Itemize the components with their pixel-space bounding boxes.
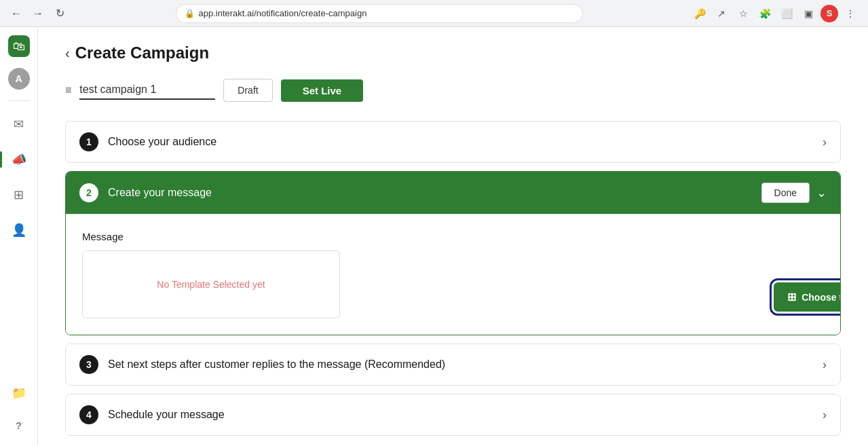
step-3-chevron-icon: › [823, 358, 827, 372]
browser-chrome: ← → ↻ 🔒 app.interakt.ai/notification/cre… [0, 0, 868, 27]
profile-avatar[interactable]: S [820, 5, 838, 22]
done-button[interactable]: Done [761, 183, 810, 203]
sidebar-item-campaigns[interactable]: 📣 [7, 147, 31, 172]
template-grid-icon: ⊞ [787, 291, 796, 303]
message-area: No Template Selected yet ⊞ Choose templa… [82, 250, 824, 318]
draft-button[interactable]: Draft [223, 79, 272, 102]
menu-icon[interactable]: ⋮ [841, 4, 860, 23]
bookmark-icon[interactable]: ☆ [734, 4, 753, 23]
step-1-number: 1 [79, 132, 98, 151]
url-text: app.interakt.ai/notification/create-camp… [199, 8, 367, 18]
lock-icon: 🔒 [185, 9, 195, 18]
step-4-title: Schedule your message [108, 409, 823, 421]
sidebar-divider [8, 100, 30, 101]
tab-manager-icon[interactable]: ⬜ [777, 4, 796, 23]
choose-template-button[interactable]: ⊞ Choose template [774, 282, 841, 312]
step-1-title: Choose your audience [108, 136, 823, 148]
address-bar[interactable]: 🔒 app.interakt.ai/notification/create-ca… [176, 4, 583, 23]
step-4-header[interactable]: 4 Schedule your message › [66, 394, 840, 435]
campaign-name-row: ≡ Draft Set Live [65, 79, 841, 102]
sidebar-item-users[interactable]: 👤 [7, 218, 31, 242]
step-4-number: 4 [79, 405, 98, 424]
step-4-card: 4 Schedule your message › [65, 394, 841, 436]
no-template-text: No Template Selected yet [157, 279, 265, 290]
hamburger-icon[interactable]: ≡ [65, 84, 71, 96]
reload-button[interactable]: ↻ [52, 5, 68, 22]
user-avatar[interactable]: A [8, 68, 30, 90]
back-button[interactable]: ‹ [65, 45, 70, 61]
step-3-card: 3 Set next steps after customer replies … [65, 343, 841, 386]
choose-template-label: Choose template [801, 292, 841, 303]
step-2-number: 2 [79, 183, 98, 202]
set-live-button[interactable]: Set Live [281, 79, 364, 102]
browser-actions: 🔑 ↗ ☆ 🧩 ⬜ ▣ S ⋮ [690, 4, 860, 23]
main-content: ‹ Create Campaign ≡ Draft Set Live 1 Cho… [38, 27, 868, 446]
extensions-icon[interactable]: 🧩 [755, 4, 774, 23]
password-manager-icon[interactable]: 🔑 [690, 4, 709, 23]
campaign-name-input[interactable] [79, 81, 215, 100]
share-icon[interactable]: ↗ [712, 4, 731, 23]
page-header: ‹ Create Campaign [65, 43, 841, 62]
step-2-header[interactable]: 2 Create your message Done ⌄ [66, 172, 840, 214]
message-preview: No Template Selected yet [82, 250, 340, 318]
sidebar: 🛍 A ✉ 📣 ⊞ 👤 📁 ? [0, 27, 38, 446]
page-title: Create Campaign [75, 43, 209, 62]
sidebar-item-email[interactable]: ✉ [7, 112, 31, 136]
sidebar-item-grid[interactable]: ⊞ [7, 183, 31, 207]
sidebar-item-folder[interactable]: 📁 [7, 381, 31, 405]
step-2-body: Message No Template Selected yet ⊞ Choos… [66, 214, 840, 335]
step-1-chevron-icon: › [823, 135, 827, 149]
app-container: 🛍 A ✉ 📣 ⊞ 👤 📁 ? ‹ Create Campaign ≡ Draf… [0, 27, 868, 446]
step-2-card: 2 Create your message Done ⌄ Message No … [65, 171, 841, 335]
step-1-header[interactable]: 1 Choose your audience › [66, 122, 840, 162]
sidebar-item-help[interactable]: ? [7, 413, 31, 438]
step-2-title: Create your message [108, 187, 761, 199]
window-icon[interactable]: ▣ [799, 4, 818, 23]
step-3-header[interactable]: 3 Set next steps after customer replies … [66, 344, 840, 385]
step-3-title: Set next steps after customer replies to… [108, 358, 823, 371]
step-1-card: 1 Choose your audience › [65, 121, 841, 163]
step-2-chevron-icon: ⌄ [816, 185, 827, 200]
app-logo: 🛍 [8, 35, 30, 57]
forward-nav-button[interactable]: → [30, 5, 46, 22]
message-label: Message [82, 231, 824, 242]
step-3-number: 3 [79, 355, 98, 374]
sidebar-bottom: 📁 ? [7, 381, 31, 438]
step-4-chevron-icon: › [823, 408, 827, 422]
back-nav-button[interactable]: ← [8, 5, 24, 22]
